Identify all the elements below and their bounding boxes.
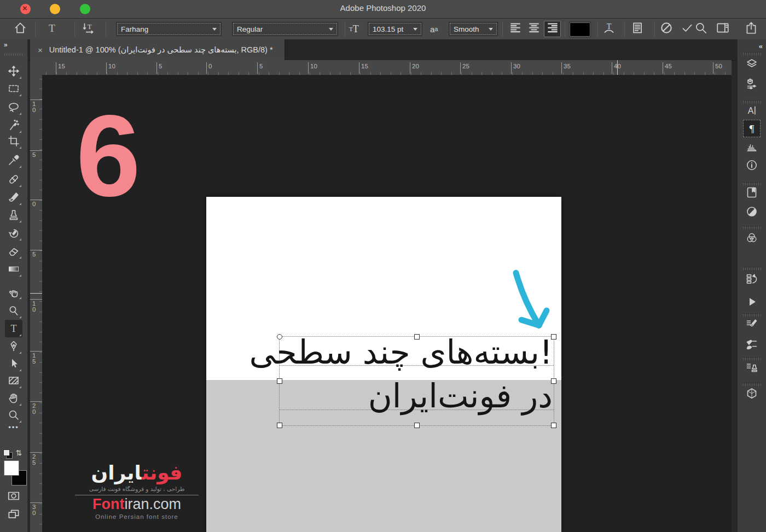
align-right-button[interactable] bbox=[544, 21, 561, 37]
canvas-text-line-2[interactable]: در فونت‌ایران bbox=[368, 374, 553, 418]
smudge-tool[interactable] bbox=[5, 283, 22, 300]
warp-text-button[interactable]: T bbox=[602, 19, 616, 39]
home-button[interactable] bbox=[13, 19, 27, 39]
transform-handle[interactable] bbox=[414, 334, 420, 340]
cancel-edits-button[interactable] bbox=[659, 19, 674, 39]
quick-mask-icon bbox=[7, 495, 21, 505]
watermark-divider bbox=[75, 495, 199, 495]
dodge-tool[interactable] bbox=[5, 302, 22, 319]
title-bar[interactable]: Adobe Photoshop 2020 bbox=[0, 0, 766, 19]
transform-handle[interactable] bbox=[277, 378, 282, 384]
hruler-number: 10 bbox=[106, 62, 115, 74]
anti-alias-select[interactable]: Smooth bbox=[449, 22, 498, 36]
workspace-icon bbox=[716, 21, 730, 37]
brushes-panel-button[interactable] bbox=[744, 336, 760, 353]
font-size-select[interactable]: 103.15 pt bbox=[368, 22, 422, 36]
zoom-tool[interactable] bbox=[5, 406, 22, 424]
text-color-swatch[interactable] bbox=[569, 22, 591, 37]
watermark-persian-subtitle: طراحی ، تولید و فروشگاه فونت فارسی bbox=[74, 485, 200, 493]
transform-handle[interactable] bbox=[551, 334, 556, 340]
cancel-icon bbox=[659, 21, 674, 37]
quick-selection-tool[interactable] bbox=[5, 116, 22, 134]
eraser-tool[interactable] bbox=[5, 242, 22, 260]
character-panel-button[interactable]: A bbox=[744, 102, 760, 119]
info-panel-button[interactable] bbox=[744, 157, 760, 173]
canvas-text-line-1[interactable]: !بسته‌های چند سطحی bbox=[249, 330, 553, 374]
histogram-panel-button[interactable] bbox=[744, 138, 760, 155]
transform-handle[interactable] bbox=[277, 334, 282, 340]
quick-mask-button[interactable] bbox=[7, 489, 21, 503]
warp-text-icon: T bbox=[602, 21, 616, 37]
gradient-tool[interactable] bbox=[5, 260, 22, 278]
vruler-number: 5 bbox=[30, 250, 42, 258]
3d-panel-button[interactable] bbox=[744, 385, 760, 402]
vertical-ruler[interactable]: 1 05051 01 52 02 53 0 bbox=[30, 75, 43, 532]
tab-close-icon[interactable]: × bbox=[38, 45, 43, 55]
font-style-select[interactable]: Regular bbox=[232, 22, 338, 36]
clone-stamp-tool[interactable] bbox=[5, 206, 22, 224]
canvas-work-area[interactable]: 6 !بسته‌های چند سطحی در فونت‌ایران ف bbox=[42, 75, 732, 532]
lasso-tool[interactable] bbox=[5, 98, 22, 116]
hruler-number: 15 bbox=[56, 62, 65, 74]
type-tool[interactable]: T bbox=[5, 320, 22, 337]
transform-handle[interactable] bbox=[277, 423, 282, 428]
adjustments-panel-button[interactable] bbox=[744, 203, 760, 220]
transform-handle[interactable] bbox=[551, 423, 556, 428]
panel-group-grip[interactable] bbox=[743, 267, 761, 270]
document-tab[interactable]: × Untitled-1 @ 100% (بسته‌های چند سطحی د… bbox=[30, 39, 285, 60]
horizontal-ruler[interactable]: 1510505101520253035404550 bbox=[42, 60, 732, 75]
watermark-tagline: Online Persian font store bbox=[74, 513, 200, 521]
toolbar-grip[interactable] bbox=[4, 53, 23, 56]
vruler-number: 2 0 bbox=[30, 401, 42, 415]
align-left-button[interactable] bbox=[507, 21, 524, 37]
panels-collapse-button[interactable]: « bbox=[759, 42, 762, 50]
type-options-bar: T T Farhang Regular TT 103.15 pt aa Smoo… bbox=[0, 19, 766, 40]
history-panel-button[interactable] bbox=[744, 271, 760, 287]
ruler-corner[interactable] bbox=[30, 60, 43, 75]
panel-group-grip[interactable] bbox=[743, 226, 761, 229]
layers-panel-button[interactable] bbox=[744, 56, 760, 72]
swap-colors-button[interactable]: ⇄ bbox=[15, 449, 24, 456]
text-orientation-button[interactable]: T bbox=[81, 19, 95, 39]
default-colors-button[interactable] bbox=[3, 449, 14, 459]
toggle-panels-button[interactable] bbox=[630, 19, 644, 39]
edit-toolbar-button[interactable]: ••• bbox=[5, 423, 22, 432]
pen-tool[interactable] bbox=[5, 337, 22, 355]
actions-panel-button[interactable] bbox=[744, 294, 760, 310]
vruler-number: 3 0 bbox=[30, 502, 42, 516]
eyedropper-tool[interactable] bbox=[5, 151, 22, 169]
commit-edits-button[interactable] bbox=[680, 19, 694, 39]
spot-healing-brush-tool[interactable] bbox=[5, 171, 22, 188]
workspace-button[interactable] bbox=[716, 19, 730, 39]
align-center-button[interactable] bbox=[525, 21, 542, 37]
screen-mode-button[interactable] bbox=[7, 507, 21, 522]
path-selection-tool[interactable] bbox=[5, 355, 22, 372]
libraries-panel-button[interactable] bbox=[744, 184, 760, 201]
mini-foreground-swatch bbox=[3, 449, 10, 456]
rectangular-marquee-tool[interactable] bbox=[5, 80, 22, 97]
color-panel-button[interactable] bbox=[744, 230, 760, 246]
hand-tool[interactable] bbox=[5, 389, 22, 407]
rectangle-shape-tool[interactable] bbox=[5, 372, 22, 389]
font-family-select[interactable]: Farhang bbox=[116, 22, 222, 36]
text-bounding-box[interactable]: !بسته‌های چند سطحی در فونت‌ایران bbox=[279, 336, 554, 426]
panel-group-grip[interactable] bbox=[743, 52, 761, 55]
foreground-color-swatch[interactable] bbox=[4, 460, 19, 476]
toolbar-collapse-button[interactable]: » bbox=[4, 41, 7, 49]
brush-tool[interactable] bbox=[5, 189, 22, 206]
properties-panel-button[interactable] bbox=[744, 75, 760, 92]
hruler-number: 35 bbox=[561, 62, 571, 74]
crop-tool[interactable] bbox=[5, 132, 22, 150]
share-button[interactable] bbox=[744, 19, 758, 39]
move-tool[interactable] bbox=[5, 62, 22, 80]
paragraph-panel-button[interactable]: ¶ bbox=[744, 120, 760, 137]
history-brush-tool[interactable] bbox=[5, 224, 22, 242]
search-button[interactable] bbox=[694, 19, 708, 39]
tool-preset-button[interactable]: T bbox=[45, 19, 59, 39]
clone-source-panel-button[interactable] bbox=[744, 359, 760, 376]
foreground-background-colors[interactable] bbox=[4, 460, 27, 486]
transform-handle[interactable] bbox=[414, 423, 420, 428]
transform-handle[interactable] bbox=[551, 378, 556, 384]
hruler-number: 50 bbox=[713, 62, 722, 74]
brush-settings-panel-button[interactable] bbox=[744, 316, 760, 332]
